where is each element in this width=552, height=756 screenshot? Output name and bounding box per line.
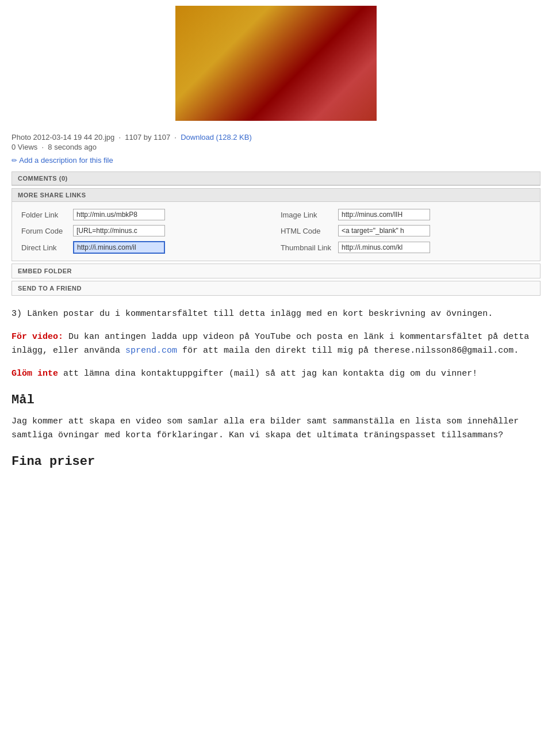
table-row: Forum Code HTML Code [18, 223, 534, 239]
html-code-label: HTML Code [269, 223, 335, 239]
photo-dimensions: 1107 by 1107 [125, 133, 170, 142]
comments-section: COMMENTS (0) [12, 171, 540, 186]
photo-views: 0 Views · 8 seconds ago [12, 143, 540, 151]
image-link-cell [335, 207, 534, 223]
direct-link-input[interactable] [73, 241, 165, 254]
forum-code-label: Forum Code [18, 223, 70, 239]
article-body: 3) Länken postar du i kommentarsfältet t… [12, 307, 540, 472]
para1-text: 3) Länken postar du i kommentarsfältet t… [12, 309, 493, 319]
html-code-cell [335, 223, 534, 239]
thumbnail-link-label: Thumbnail Link [269, 239, 335, 256]
share-links-content: Folder Link Image Link Forum Code HTML C… [12, 202, 540, 261]
table-row: Folder Link Image Link [18, 207, 534, 223]
thumbnail-link-input[interactable] [338, 242, 430, 253]
folder-link-label: Folder Link [18, 207, 70, 223]
para3-text: att lämna dina kontaktuppgifter (mail) s… [58, 369, 477, 379]
glom-inte-label: Glöm inte [12, 369, 58, 379]
send-to-friend-section: SEND TO A FRIEND [12, 281, 540, 296]
forum-code-input[interactable] [73, 225, 165, 236]
fina-priser-heading: Fina priser [12, 452, 540, 472]
table-row: Direct Link Thumbnail Link [18, 239, 534, 256]
links-table: Folder Link Image Link Forum Code HTML C… [18, 207, 534, 256]
sprend-link[interactable]: sprend.com [125, 346, 177, 356]
embed-folder-section: EMBED FOLDER [12, 264, 540, 278]
folder-link-input[interactable] [73, 209, 165, 220]
direct-link-cell [70, 239, 269, 256]
for-video-label: För video: [12, 332, 63, 342]
image-link-label: Image Link [269, 207, 335, 223]
paragraph-4: Jag kommer att skapa en video som samlar… [12, 415, 540, 442]
forum-code-cell [70, 223, 269, 239]
photo-image [175, 6, 377, 121]
direct-link-label: Direct Link [18, 239, 70, 256]
download-link[interactable]: Download (128.2 KB) [181, 133, 252, 142]
html-code-input[interactable] [338, 225, 430, 236]
paragraph-2: För video: Du kan antingen ladda upp vid… [12, 330, 540, 358]
thumbnail-link-cell [335, 239, 534, 256]
mal-heading: Mål [12, 390, 540, 410]
add-description-link[interactable]: Add a description for this file [12, 156, 540, 165]
photo-section [12, 0, 540, 128]
paragraph-1: 3) Länken postar du i kommentarsfältet t… [12, 307, 540, 321]
embed-folder-header: EMBED FOLDER [12, 264, 540, 278]
share-links-header: MORE SHARE LINKS [12, 189, 540, 202]
folder-link-cell [70, 207, 269, 223]
para2-suffix: för att maila den direkt till mig på the… [177, 346, 519, 356]
views-count: 0 Views [12, 143, 37, 151]
paragraph-3: Glöm inte att lämna dina kontaktuppgifte… [12, 367, 540, 381]
photo-meta: Photo 2012-03-14 19 44 20.jpg · 1107 by … [12, 133, 540, 142]
image-link-input[interactable] [338, 209, 430, 220]
more-share-links-section: MORE SHARE LINKS Folder Link Image Link … [12, 188, 540, 261]
send-to-friend-header: SEND TO A FRIEND [12, 281, 540, 295]
comments-header: COMMENTS (0) [12, 172, 540, 185]
time-ago: 8 seconds ago [48, 143, 97, 151]
photo-filename: Photo 2012-03-14 19 44 20.jpg [12, 133, 114, 142]
page-container: Photo 2012-03-14 19 44 20.jpg · 1107 by … [0, 0, 552, 499]
